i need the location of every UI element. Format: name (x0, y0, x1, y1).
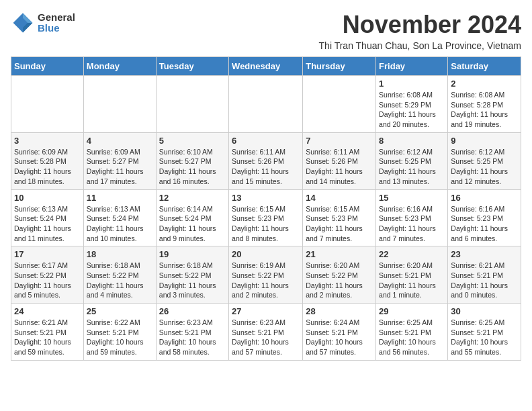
day-info: Sunrise: 6:09 AM Sunset: 5:27 PM Dayligh… (87, 147, 153, 187)
day-number: 17 (14, 249, 81, 259)
calendar-cell: 4Sunrise: 6:09 AM Sunset: 5:27 PM Daylig… (83, 132, 156, 189)
day-number: 10 (14, 193, 81, 203)
calendar-cell: 26Sunrise: 6:23 AM Sunset: 5:21 PM Dayli… (156, 304, 228, 361)
calendar-cell: 6Sunrise: 6:11 AM Sunset: 5:26 PM Daylig… (229, 132, 303, 189)
day-number: 3 (14, 136, 81, 146)
day-number: 28 (306, 306, 373, 316)
calendar-cell: 23Sunrise: 6:21 AM Sunset: 5:21 PM Dayli… (448, 246, 521, 304)
weekday-header-friday: Friday (376, 57, 448, 76)
day-number: 16 (451, 193, 518, 203)
day-info: Sunrise: 6:23 AM Sunset: 5:21 PM Dayligh… (232, 318, 300, 357)
day-info: Sunrise: 6:08 AM Sunset: 5:29 PM Dayligh… (379, 90, 445, 130)
day-info: Sunrise: 6:20 AM Sunset: 5:21 PM Dayligh… (379, 261, 445, 300)
day-number: 13 (232, 193, 300, 203)
day-number: 5 (159, 136, 226, 146)
day-info: Sunrise: 6:09 AM Sunset: 5:28 PM Dayligh… (14, 147, 81, 187)
calendar-cell: 14Sunrise: 6:15 AM Sunset: 5:23 PM Dayli… (303, 189, 376, 246)
day-number: 1 (379, 79, 445, 89)
day-number: 12 (159, 193, 226, 203)
day-number: 8 (379, 136, 445, 146)
day-number: 15 (379, 193, 445, 203)
day-info: Sunrise: 6:18 AM Sunset: 5:22 PM Dayligh… (159, 261, 226, 300)
calendar-cell: 10Sunrise: 6:13 AM Sunset: 5:24 PM Dayli… (11, 189, 84, 246)
day-info: Sunrise: 6:15 AM Sunset: 5:23 PM Dayligh… (306, 204, 373, 244)
day-info: Sunrise: 6:13 AM Sunset: 5:24 PM Dayligh… (87, 204, 153, 244)
day-number: 11 (87, 193, 153, 203)
day-number: 6 (232, 136, 300, 146)
calendar-cell: 9Sunrise: 6:12 AM Sunset: 5:25 PM Daylig… (448, 132, 521, 189)
calendar-cell: 5Sunrise: 6:10 AM Sunset: 5:27 PM Daylig… (156, 132, 228, 189)
calendar-cell (83, 76, 156, 133)
calendar-week-row: 3Sunrise: 6:09 AM Sunset: 5:28 PM Daylig… (11, 132, 521, 189)
day-info: Sunrise: 6:17 AM Sunset: 5:22 PM Dayligh… (14, 261, 81, 300)
day-number: 29 (379, 306, 445, 316)
day-info: Sunrise: 6:16 AM Sunset: 5:23 PM Dayligh… (451, 204, 518, 244)
day-info: Sunrise: 6:11 AM Sunset: 5:26 PM Dayligh… (232, 147, 300, 187)
day-info: Sunrise: 6:08 AM Sunset: 5:28 PM Dayligh… (451, 90, 518, 130)
calendar-cell: 24Sunrise: 6:21 AM Sunset: 5:21 PM Dayli… (11, 304, 84, 361)
day-info: Sunrise: 6:15 AM Sunset: 5:23 PM Dayligh… (232, 204, 300, 244)
title-section: November 2024 Thi Tran Thuan Chau, Son L… (319, 11, 521, 51)
day-number: 30 (451, 306, 518, 316)
calendar-cell: 21Sunrise: 6:20 AM Sunset: 5:22 PM Dayli… (303, 246, 376, 304)
day-number: 26 (159, 306, 226, 316)
day-info: Sunrise: 6:16 AM Sunset: 5:23 PM Dayligh… (379, 204, 445, 244)
calendar-cell: 19Sunrise: 6:18 AM Sunset: 5:22 PM Dayli… (156, 246, 228, 304)
weekday-header-saturday: Saturday (448, 57, 521, 76)
day-info: Sunrise: 6:22 AM Sunset: 5:21 PM Dayligh… (87, 318, 153, 357)
calendar-cell: 3Sunrise: 6:09 AM Sunset: 5:28 PM Daylig… (11, 132, 84, 189)
weekday-header-row: SundayMondayTuesdayWednesdayThursdayFrid… (11, 57, 521, 76)
day-number: 2 (451, 79, 518, 89)
calendar-cell: 2Sunrise: 6:08 AM Sunset: 5:28 PM Daylig… (448, 76, 521, 133)
day-number: 7 (306, 136, 373, 146)
day-number: 22 (379, 249, 445, 259)
day-number: 19 (159, 249, 226, 259)
day-info: Sunrise: 6:21 AM Sunset: 5:21 PM Dayligh… (14, 318, 81, 357)
logo-text: General Blue (38, 12, 75, 34)
day-info: Sunrise: 6:24 AM Sunset: 5:21 PM Dayligh… (306, 318, 373, 357)
calendar-cell (229, 76, 303, 133)
logo-icon (11, 11, 35, 35)
day-info: Sunrise: 6:20 AM Sunset: 5:22 PM Dayligh… (306, 261, 373, 300)
calendar-cell: 28Sunrise: 6:24 AM Sunset: 5:21 PM Dayli… (303, 304, 376, 361)
calendar-cell: 1Sunrise: 6:08 AM Sunset: 5:29 PM Daylig… (376, 76, 448, 133)
logo: General Blue (11, 11, 75, 35)
calendar-cell (156, 76, 228, 133)
logo-blue: Blue (38, 23, 75, 34)
day-number: 14 (306, 193, 373, 203)
day-number: 20 (232, 249, 300, 259)
day-number: 4 (87, 136, 153, 146)
day-number: 27 (232, 306, 300, 316)
calendar-cell: 20Sunrise: 6:19 AM Sunset: 5:22 PM Dayli… (229, 246, 303, 304)
calendar-week-row: 10Sunrise: 6:13 AM Sunset: 5:24 PM Dayli… (11, 189, 521, 246)
weekday-header-wednesday: Wednesday (229, 57, 303, 76)
day-info: Sunrise: 6:11 AM Sunset: 5:26 PM Dayligh… (306, 147, 373, 187)
calendar-cell: 22Sunrise: 6:20 AM Sunset: 5:21 PM Dayli… (376, 246, 448, 304)
calendar-cell: 11Sunrise: 6:13 AM Sunset: 5:24 PM Dayli… (83, 189, 156, 246)
calendar-cell: 13Sunrise: 6:15 AM Sunset: 5:23 PM Dayli… (229, 189, 303, 246)
page-header: General Blue November 2024 Thi Tran Thua… (11, 11, 521, 51)
calendar-cell (11, 76, 84, 133)
weekday-header-monday: Monday (83, 57, 156, 76)
calendar-week-row: 17Sunrise: 6:17 AM Sunset: 5:22 PM Dayli… (11, 246, 521, 304)
calendar-cell: 27Sunrise: 6:23 AM Sunset: 5:21 PM Dayli… (229, 304, 303, 361)
calendar-cell: 30Sunrise: 6:25 AM Sunset: 5:21 PM Dayli… (448, 304, 521, 361)
logo-general: General (38, 12, 75, 24)
calendar-cell: 7Sunrise: 6:11 AM Sunset: 5:26 PM Daylig… (303, 132, 376, 189)
day-info: Sunrise: 6:13 AM Sunset: 5:24 PM Dayligh… (14, 204, 81, 244)
calendar-week-row: 24Sunrise: 6:21 AM Sunset: 5:21 PM Dayli… (11, 304, 521, 361)
day-info: Sunrise: 6:25 AM Sunset: 5:21 PM Dayligh… (451, 318, 518, 357)
day-number: 25 (87, 306, 153, 316)
day-info: Sunrise: 6:12 AM Sunset: 5:25 PM Dayligh… (379, 147, 445, 187)
day-info: Sunrise: 6:25 AM Sunset: 5:21 PM Dayligh… (379, 318, 445, 357)
day-number: 9 (451, 136, 518, 146)
calendar-cell: 25Sunrise: 6:22 AM Sunset: 5:21 PM Dayli… (83, 304, 156, 361)
calendar-cell: 12Sunrise: 6:14 AM Sunset: 5:24 PM Dayli… (156, 189, 228, 246)
day-info: Sunrise: 6:14 AM Sunset: 5:24 PM Dayligh… (159, 204, 226, 244)
day-info: Sunrise: 6:12 AM Sunset: 5:25 PM Dayligh… (451, 147, 518, 187)
day-info: Sunrise: 6:19 AM Sunset: 5:22 PM Dayligh… (232, 261, 300, 300)
day-info: Sunrise: 6:21 AM Sunset: 5:21 PM Dayligh… (451, 261, 518, 300)
calendar-cell (303, 76, 376, 133)
calendar-cell: 16Sunrise: 6:16 AM Sunset: 5:23 PM Dayli… (448, 189, 521, 246)
day-info: Sunrise: 6:10 AM Sunset: 5:27 PM Dayligh… (159, 147, 226, 187)
